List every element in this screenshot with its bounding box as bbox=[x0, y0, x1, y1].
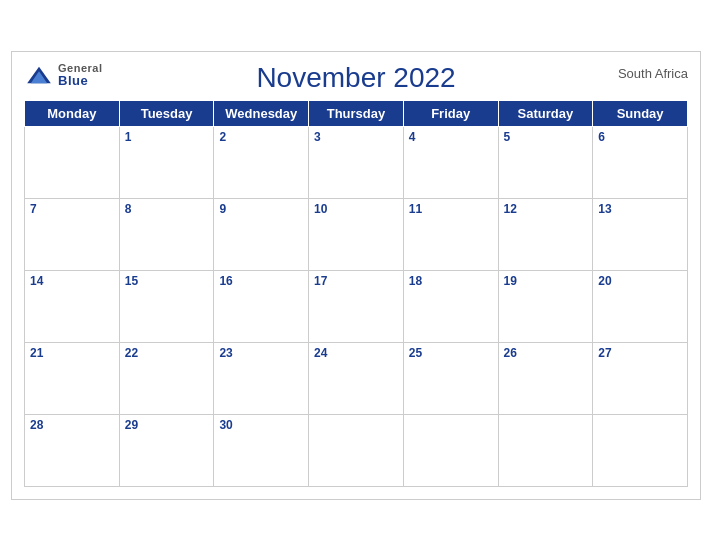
day-cell: 22 bbox=[119, 342, 214, 414]
day-number: 2 bbox=[219, 130, 226, 144]
calendar: General Blue November 2022 South Africa … bbox=[11, 51, 701, 500]
day-cell: 23 bbox=[214, 342, 309, 414]
day-number: 12 bbox=[504, 202, 517, 216]
day-cell bbox=[25, 126, 120, 198]
day-cell: 12 bbox=[498, 198, 593, 270]
day-number: 7 bbox=[30, 202, 37, 216]
day-cell bbox=[309, 414, 404, 486]
day-cell: 19 bbox=[498, 270, 593, 342]
day-number: 16 bbox=[219, 274, 232, 288]
day-number: 1 bbox=[125, 130, 132, 144]
day-number: 21 bbox=[30, 346, 43, 360]
day-cell: 13 bbox=[593, 198, 688, 270]
calendar-body: 1234567891011121314151617181920212223242… bbox=[25, 126, 688, 486]
header-friday: Friday bbox=[403, 100, 498, 126]
week-row-2: 78910111213 bbox=[25, 198, 688, 270]
day-cell: 27 bbox=[593, 342, 688, 414]
day-number: 28 bbox=[30, 418, 43, 432]
logo-wrapper: General Blue bbox=[24, 62, 102, 88]
day-cell: 6 bbox=[593, 126, 688, 198]
logo-blue-text: Blue bbox=[58, 74, 102, 88]
day-cell: 2 bbox=[214, 126, 309, 198]
header-thursday: Thursday bbox=[309, 100, 404, 126]
day-cell bbox=[403, 414, 498, 486]
day-cell: 7 bbox=[25, 198, 120, 270]
header-monday: Monday bbox=[25, 100, 120, 126]
day-number: 5 bbox=[504, 130, 511, 144]
day-cell: 4 bbox=[403, 126, 498, 198]
country-label: South Africa bbox=[618, 66, 688, 81]
calendar-header: General Blue November 2022 South Africa bbox=[24, 62, 688, 94]
day-number: 10 bbox=[314, 202, 327, 216]
logo-text-block: General Blue bbox=[58, 62, 102, 88]
day-number: 14 bbox=[30, 274, 43, 288]
day-number: 4 bbox=[409, 130, 416, 144]
day-cell bbox=[498, 414, 593, 486]
day-cell: 18 bbox=[403, 270, 498, 342]
day-cell: 25 bbox=[403, 342, 498, 414]
header-wednesday: Wednesday bbox=[214, 100, 309, 126]
day-number: 22 bbox=[125, 346, 138, 360]
day-number: 26 bbox=[504, 346, 517, 360]
day-cell: 20 bbox=[593, 270, 688, 342]
day-cell: 30 bbox=[214, 414, 309, 486]
day-number: 30 bbox=[219, 418, 232, 432]
day-number: 15 bbox=[125, 274, 138, 288]
header-sunday: Sunday bbox=[593, 100, 688, 126]
day-number: 20 bbox=[598, 274, 611, 288]
day-number: 18 bbox=[409, 274, 422, 288]
day-number: 9 bbox=[219, 202, 226, 216]
week-row-5: 282930 bbox=[25, 414, 688, 486]
week-row-3: 14151617181920 bbox=[25, 270, 688, 342]
day-cell: 24 bbox=[309, 342, 404, 414]
day-number: 6 bbox=[598, 130, 605, 144]
day-cell: 15 bbox=[119, 270, 214, 342]
week-row-1: 123456 bbox=[25, 126, 688, 198]
day-number: 24 bbox=[314, 346, 327, 360]
logo-area: General Blue bbox=[24, 62, 102, 88]
day-number: 11 bbox=[409, 202, 422, 216]
calendar-table: Monday Tuesday Wednesday Thursday Friday… bbox=[24, 100, 688, 487]
day-number: 19 bbox=[504, 274, 517, 288]
day-number: 8 bbox=[125, 202, 132, 216]
day-cell: 1 bbox=[119, 126, 214, 198]
logo-general-text: General bbox=[58, 62, 102, 74]
day-cell: 14 bbox=[25, 270, 120, 342]
day-cell: 16 bbox=[214, 270, 309, 342]
day-cell: 10 bbox=[309, 198, 404, 270]
day-cell: 29 bbox=[119, 414, 214, 486]
day-number: 25 bbox=[409, 346, 422, 360]
header-tuesday: Tuesday bbox=[119, 100, 214, 126]
day-number: 17 bbox=[314, 274, 327, 288]
day-cell: 26 bbox=[498, 342, 593, 414]
day-number: 29 bbox=[125, 418, 138, 432]
week-row-4: 21222324252627 bbox=[25, 342, 688, 414]
day-cell: 8 bbox=[119, 198, 214, 270]
day-cell: 9 bbox=[214, 198, 309, 270]
day-cell bbox=[593, 414, 688, 486]
calendar-thead: Monday Tuesday Wednesday Thursday Friday… bbox=[25, 100, 688, 126]
day-cell: 5 bbox=[498, 126, 593, 198]
day-cell: 21 bbox=[25, 342, 120, 414]
day-number: 23 bbox=[219, 346, 232, 360]
day-cell: 11 bbox=[403, 198, 498, 270]
day-cell: 17 bbox=[309, 270, 404, 342]
month-title: November 2022 bbox=[256, 62, 455, 94]
day-cell: 3 bbox=[309, 126, 404, 198]
day-number: 3 bbox=[314, 130, 321, 144]
logo-icon bbox=[24, 65, 54, 85]
header-saturday: Saturday bbox=[498, 100, 593, 126]
weekday-header-row: Monday Tuesday Wednesday Thursday Friday… bbox=[25, 100, 688, 126]
day-cell: 28 bbox=[25, 414, 120, 486]
day-number: 27 bbox=[598, 346, 611, 360]
day-number: 13 bbox=[598, 202, 611, 216]
